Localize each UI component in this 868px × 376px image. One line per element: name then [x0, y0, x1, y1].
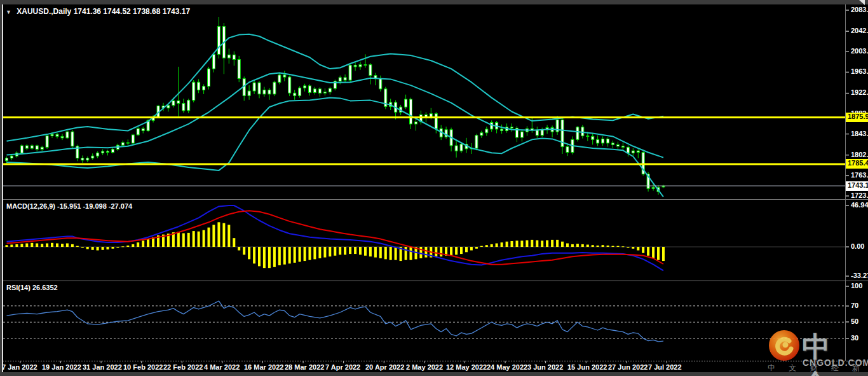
macd-histogram-bar: [258, 247, 261, 266]
macd-histogram-bar: [71, 244, 74, 247]
macd-histogram-bar: [621, 246, 624, 247]
macd-histogram-bar: [465, 247, 468, 252]
price-axis-label: 1922.80: [851, 88, 868, 96]
date-axis-label: 7 Apr 2022: [325, 363, 360, 371]
candle-body: [288, 77, 291, 93]
macd-histogram-bar: [86, 247, 89, 249]
macd-histogram-bar: [253, 247, 255, 263]
corner-triangle-icon: [859, 0, 865, 5]
macd-histogram-bar: [61, 244, 64, 247]
price-axis-label: 2042.80: [851, 27, 868, 34]
candle-body: [379, 79, 382, 89]
candle-body: [632, 151, 634, 153]
macd-histogram-bar: [455, 247, 458, 254]
date-axis-label: 20 Apr 2022: [365, 363, 404, 371]
macd-histogram-bar: [405, 247, 407, 260]
candle-body: [107, 151, 109, 153]
candle-body: [187, 101, 190, 111]
macd-histogram-bar: [203, 230, 205, 247]
candle-body: [323, 92, 326, 94]
candle-body: [318, 89, 321, 94]
candle-body: [81, 158, 84, 160]
macd-histogram-bar: [6, 245, 8, 247]
candle-body: [227, 55, 230, 58]
price-axis-label: 1763.20: [851, 171, 868, 179]
candle-body: [198, 82, 200, 90]
candle-body: [520, 132, 523, 137]
macd-histogram-bar: [556, 240, 559, 247]
candle-body: [56, 134, 58, 136]
main-chart[interactable]: [0, 0, 868, 376]
macd-axis-label: -33.272: [851, 272, 868, 279]
candle-body: [66, 132, 69, 138]
candle-body: [172, 101, 175, 105]
macd-histogram-bar: [97, 247, 99, 251]
date-axis-label: 10 Feb 2022: [123, 363, 163, 371]
macd-histogram-bar: [637, 247, 639, 251]
candle-body: [41, 147, 43, 149]
macd-histogram-bar: [25, 244, 28, 247]
macd-histogram-bar: [147, 239, 149, 247]
macd-histogram-bar: [142, 240, 144, 247]
macd-histogram-bar: [294, 247, 296, 263]
macd-histogram-bar: [662, 247, 665, 261]
candle-body: [405, 99, 407, 107]
candle-body: [283, 75, 286, 77]
macd-histogram-bar: [10, 245, 13, 247]
macd-histogram-bar: [435, 247, 437, 256]
candle-body: [339, 78, 341, 81]
macd-histogram-bar: [632, 247, 634, 249]
candle-body: [304, 86, 306, 88]
macd-histogram-bar: [576, 244, 579, 247]
candle-body: [112, 150, 114, 153]
candle-body: [344, 78, 346, 80]
rsi-axis-label: 50: [851, 317, 858, 325]
macd-axis-label: 0.00: [851, 242, 864, 250]
rsi-axis-label: 30: [851, 334, 858, 342]
macd-histogram-bar: [137, 242, 139, 247]
candle-body: [278, 75, 281, 82]
macd-histogram-bar: [506, 242, 508, 247]
macd-histogram-bar: [334, 247, 336, 256]
date-axis-label: 16 Mar 2022: [244, 363, 283, 371]
macd-histogram-bar: [227, 225, 230, 247]
date-axis-label: 2 May 2022: [406, 363, 443, 371]
candle-body: [177, 101, 180, 103]
macd-histogram-bar: [440, 247, 442, 256]
candle-body: [364, 65, 367, 66]
macd-histogram-bar: [424, 247, 427, 258]
candle-body: [294, 93, 296, 95]
price-axis-label: 1723.60: [851, 191, 868, 199]
candle-body: [233, 55, 235, 59]
candle-body: [182, 104, 185, 111]
chevron-down-icon[interactable]: ▼: [6, 9, 11, 15]
candle-body: [309, 86, 311, 93]
resistance-price-badge: 1875.92: [846, 113, 868, 122]
candle-body: [142, 129, 144, 130]
macd-histogram-bar: [520, 240, 523, 247]
macd-histogram-bar: [384, 247, 387, 259]
candle-body: [480, 133, 483, 136]
macd-histogram-bar: [571, 244, 574, 247]
date-axis-label: 19 Jan 2022: [42, 363, 81, 371]
candle-body: [576, 127, 579, 140]
date-axis-label: 27 Jun 2022: [608, 363, 648, 371]
macd-histogram-bar: [581, 244, 584, 247]
macd-histogram-bar: [309, 247, 311, 260]
candle-body: [602, 139, 604, 143]
macd-histogram-bar: [66, 244, 69, 247]
candle-body: [238, 60, 240, 79]
macd-histogram-bar: [480, 246, 483, 247]
macd-histogram-bar: [132, 244, 134, 247]
macd-histogram-bar: [41, 244, 43, 247]
macd-histogram-bar: [273, 247, 276, 267]
date-axis-label: 15 Jun 2022: [567, 363, 607, 371]
rsi-axis-label: 70: [851, 302, 858, 309]
candle-body: [587, 136, 589, 137]
macd-histogram-bar: [627, 247, 629, 247]
macd-histogram-bar: [238, 247, 240, 251]
macd-histogram-bar: [344, 247, 346, 254]
candle-body: [20, 146, 23, 153]
date-axis-label: 4 Mar 2022: [204, 363, 240, 371]
macd-histogram-bar: [268, 247, 271, 268]
